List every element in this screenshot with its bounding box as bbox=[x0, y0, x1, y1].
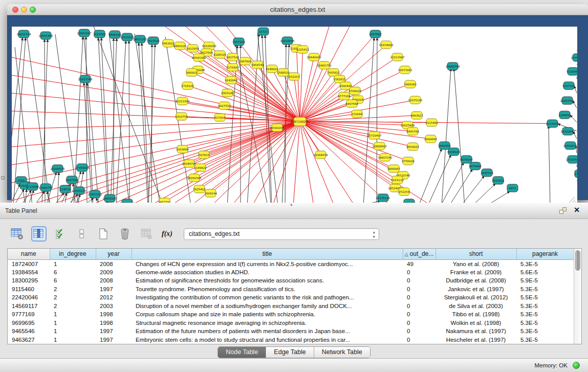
cell-short[interactable]: Nakamura et al. (1997) bbox=[435, 327, 516, 336]
selected-yellow-node[interactable]: 12213389 bbox=[176, 97, 190, 105]
cell-year[interactable]: 1998 bbox=[96, 310, 132, 319]
cell-title[interactable]: Estimation of significance thresholds fo… bbox=[132, 276, 403, 285]
cell-pagerank[interactable]: 5.3E-5 bbox=[516, 336, 574, 344]
teal-node[interactable]: 1244415 bbox=[558, 111, 571, 119]
teal-node[interactable]: 8466160 bbox=[108, 31, 121, 38]
teal-node[interactable]: 6471 bbox=[507, 184, 518, 192]
selected-yellow-node[interactable]: 2718126 bbox=[181, 82, 194, 90]
import-table-disabled-icon[interactable] bbox=[139, 227, 154, 241]
teal-node[interactable]: 15751074 bbox=[571, 54, 578, 61]
table-settings-icon[interactable] bbox=[10, 227, 25, 241]
cell-short[interactable]: de Silva et al. (2003) bbox=[435, 302, 516, 311]
teal-node[interactable]: 15723 bbox=[258, 28, 269, 35]
panel-splitter-grip[interactable]: ▴ bbox=[290, 202, 293, 207]
teal-node[interactable]: 6879197 bbox=[460, 156, 473, 163]
teal-node[interactable]: 8215955 bbox=[546, 120, 559, 127]
function-builder-icon[interactable]: f(x) bbox=[161, 230, 173, 238]
cell-name[interactable]: 18724007 bbox=[8, 259, 50, 268]
cell-pagerank[interactable]: 5.5E-5 bbox=[516, 293, 574, 302]
cell-out_de[interactable]: 0 bbox=[403, 327, 435, 336]
teal-node[interactable]: 20691406 bbox=[39, 32, 53, 39]
teal-node[interactable]: 7632621 bbox=[492, 177, 505, 184]
cell-out_de[interactable]: 0 bbox=[403, 276, 435, 285]
cell-in_degree[interactable]: 1 bbox=[50, 327, 96, 336]
cell-title[interactable]: Genome-wide association studies in ADHD. bbox=[132, 268, 403, 277]
cell-title[interactable]: Corpus callosum shape and size in male p… bbox=[132, 310, 403, 319]
selected-yellow-node[interactable]: 9884067 bbox=[387, 165, 400, 172]
cell-in_degree[interactable]: 1 bbox=[50, 319, 96, 327]
column-header-short[interactable]: short bbox=[435, 249, 516, 259]
cell-short[interactable]: Tibbo et al. (1998) bbox=[435, 310, 516, 319]
selected-yellow-node[interactable]: 231644 bbox=[352, 110, 362, 118]
selected-yellow-node[interactable]: 9242848 bbox=[225, 76, 237, 84]
teal-node[interactable]: 13505135 bbox=[72, 187, 86, 194]
selected-yellow-node[interactable]: 8186328 bbox=[213, 51, 226, 58]
cell-short[interactable]: Jankovic et al. (1997) bbox=[435, 285, 516, 294]
selected-yellow-node[interactable]: 9427552 bbox=[218, 102, 231, 110]
selected-yellow-node[interactable]: 1149822 bbox=[194, 164, 207, 171]
column-header-in_degree[interactable]: in_degree bbox=[50, 249, 96, 259]
cell-pagerank[interactable]: 5.9E-5 bbox=[516, 276, 574, 285]
cell-pagerank[interactable]: 5.3E-5 bbox=[516, 302, 574, 311]
selected-yellow-node[interactable]: 1810754 bbox=[175, 113, 188, 120]
table-row[interactable]: 946554611997Estimation of the future num… bbox=[8, 327, 574, 336]
table-selector-dropdown[interactable]: citations_edges.txt ▲▼ bbox=[184, 228, 379, 240]
selected-yellow-node[interactable]: 16961758 bbox=[317, 61, 332, 69]
selected-yellow-node[interactable]: 9860128 bbox=[173, 42, 186, 50]
selected-yellow-node[interactable]: 9756928 bbox=[402, 157, 415, 165]
teal-node[interactable]: 1115686 bbox=[26, 183, 39, 190]
table-row[interactable]: 1872400712008Changes of HCN gene express… bbox=[8, 259, 574, 268]
cell-pagerank[interactable]: 5.3E-5 bbox=[516, 319, 574, 327]
cell-pagerank[interactable]: 5.3E-5 bbox=[516, 327, 574, 336]
node-table-grid[interactable]: namein_degreeyeartitle△out_de...shortpag… bbox=[8, 249, 574, 344]
cell-year[interactable]: 2003 bbox=[96, 302, 132, 311]
table-row[interactable]: 911546021997Tourette syndrome. Phenomeno… bbox=[8, 285, 574, 294]
teal-node[interactable]: 16958167 bbox=[103, 194, 117, 202]
teal-node[interactable]: 10653287 bbox=[77, 29, 92, 37]
teal-node[interactable]: 2935114 bbox=[481, 169, 493, 177]
select-rows-check-icon[interactable] bbox=[53, 227, 68, 241]
table-row[interactable]: 969969511998Structural magnetic resonanc… bbox=[8, 319, 574, 327]
cell-title[interactable]: Structural magnetic resonance image aver… bbox=[132, 319, 403, 327]
cell-short[interactable]: Hescheler et al. (1997) bbox=[435, 336, 516, 344]
selected-yellow-node[interactable]: 9146821 bbox=[266, 65, 278, 73]
selected-yellow-node[interactable]: 9115460 bbox=[425, 119, 438, 126]
selected-yellow-node[interactable]: 1609144 bbox=[204, 189, 217, 197]
cell-name[interactable]: 14569117 bbox=[8, 302, 50, 311]
cell-title[interactable]: Investigating the contribution of common… bbox=[132, 293, 403, 302]
column-header-name[interactable]: name bbox=[8, 249, 50, 259]
cell-name[interactable]: 18300295 bbox=[8, 276, 50, 285]
cell-name[interactable]: 19384554 bbox=[8, 268, 50, 277]
teal-node[interactable]: 9474444 bbox=[469, 162, 482, 170]
teal-node[interactable]: 12942757 bbox=[39, 184, 53, 191]
select-column-icon[interactable] bbox=[32, 227, 46, 241]
teal-node[interactable]: 7957224 bbox=[232, 38, 245, 46]
cell-year[interactable]: 1997 bbox=[96, 327, 132, 336]
cell-out_de[interactable]: 0 bbox=[403, 310, 435, 319]
teal-node[interactable]: 12093582 bbox=[560, 97, 575, 104]
cell-name[interactable]: 9465546 bbox=[8, 327, 50, 336]
cell-name[interactable]: 9699695 bbox=[8, 319, 50, 327]
cell-short[interactable]: Dudbridge et al. (2008) bbox=[435, 276, 516, 285]
selected-yellow-node[interactable]: 9827508 bbox=[226, 53, 239, 61]
teal-node[interactable]: 9227341 bbox=[562, 82, 575, 90]
selected-yellow-node[interactable]: 16154808 bbox=[379, 41, 394, 49]
float-panel-icon[interactable] bbox=[559, 207, 567, 214]
network-canvas[interactable]: 2405572420691406106532871527602846616010… bbox=[12, 27, 577, 206]
column-header-title[interactable]: title bbox=[132, 249, 403, 259]
hub-node[interactable]: 18724007 bbox=[292, 117, 308, 126]
cell-year[interactable]: 2008 bbox=[96, 276, 132, 285]
teal-node[interactable]: 9329966 bbox=[567, 68, 577, 75]
close-panel-icon[interactable]: ✕ bbox=[574, 206, 580, 214]
selected-yellow-node[interactable]: 16543382 bbox=[192, 54, 206, 61]
cell-short[interactable]: Stergiakouli et al. (2012) bbox=[435, 293, 516, 302]
cell-in_degree[interactable]: 1 bbox=[50, 259, 96, 268]
scrollbar-thumb[interactable] bbox=[575, 250, 580, 271]
teal-node[interactable]: 17016504 bbox=[566, 156, 578, 163]
cell-in_degree[interactable]: 6 bbox=[50, 268, 96, 277]
selected-yellow-node[interactable]: 12213987 bbox=[390, 53, 405, 61]
selected-yellow-node[interactable]: 988901 bbox=[186, 69, 197, 76]
column-header-year[interactable]: year bbox=[96, 249, 132, 259]
table-row[interactable]: 946362711997Embryonic stem cells: a mode… bbox=[8, 336, 574, 344]
selected-yellow-node[interactable]: 9699695 bbox=[424, 135, 437, 143]
